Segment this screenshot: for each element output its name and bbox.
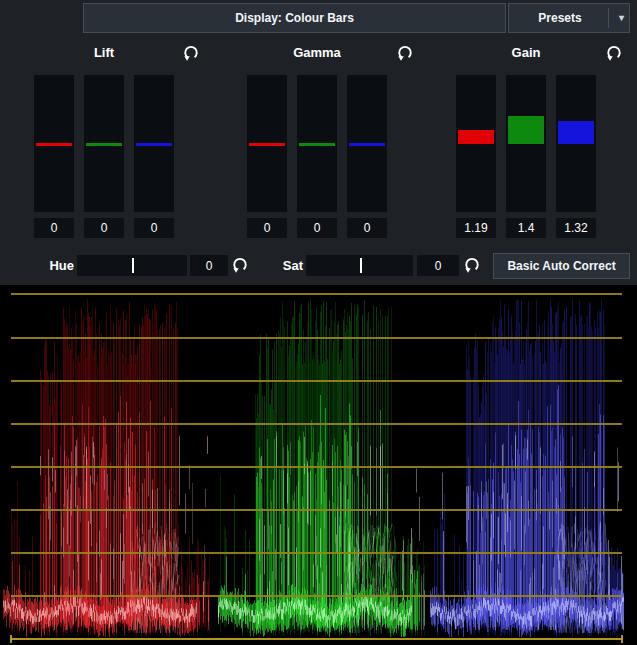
gamma-green-handle[interactable] [299, 143, 335, 146]
gamma-title: Gamma [247, 45, 387, 60]
gain-red-handle[interactable] [458, 130, 494, 144]
gamma-red-slider[interactable] [247, 75, 287, 212]
chevron-down-icon[interactable]: ▾ [619, 13, 624, 23]
gain-red-value[interactable]: 1.19 [456, 218, 496, 238]
presets-label: Presets [509, 11, 611, 25]
gamma-blue-value[interactable]: 0 [347, 218, 387, 238]
gamma-green-value[interactable]: 0 [297, 218, 337, 238]
sat-value[interactable]: 0 [417, 255, 459, 276]
sat-label: Sat [274, 258, 303, 273]
gain-blue-value[interactable]: 1.32 [556, 218, 596, 238]
gain-blue-slider[interactable] [556, 75, 596, 212]
gamma-green-slider[interactable] [297, 75, 337, 212]
gain-green-handle[interactable] [508, 116, 544, 144]
gamma-blue-handle[interactable] [349, 143, 385, 146]
hue-value[interactable]: 0 [190, 255, 228, 276]
lift-blue-handle[interactable] [136, 143, 172, 146]
gain-green-slider[interactable] [506, 75, 546, 212]
lift-red-handle[interactable] [36, 143, 72, 146]
gain-reset-icon[interactable] [605, 44, 623, 62]
gamma-red-handle[interactable] [249, 143, 285, 146]
gamma-reset-icon[interactable] [396, 44, 414, 62]
rgb-parade-scope [0, 285, 637, 645]
sat-slider[interactable] [306, 255, 413, 276]
display-mode-button[interactable]: Display: Colour Bars [83, 3, 506, 33]
sat-slider-caret[interactable] [360, 258, 362, 273]
lift-green-value[interactable]: 0 [84, 218, 124, 238]
hue-slider-caret[interactable] [132, 258, 134, 273]
lift-red-value[interactable]: 0 [34, 218, 74, 238]
gain-red-slider[interactable] [456, 75, 496, 212]
hue-reset-icon[interactable] [231, 256, 249, 274]
lift-title: Lift [34, 45, 174, 60]
lift-green-slider[interactable] [84, 75, 124, 212]
gain-blue-handle[interactable] [558, 121, 594, 144]
hue-slider[interactable] [77, 255, 187, 276]
basic-auto-correct-button[interactable]: Basic Auto Correct [493, 253, 630, 279]
gamma-red-value[interactable]: 0 [247, 218, 287, 238]
display-mode-label: Display: Colour Bars [235, 11, 354, 25]
lift-blue-slider[interactable] [134, 75, 174, 212]
gain-green-value[interactable]: 1.4 [506, 218, 546, 238]
lift-green-handle[interactable] [86, 143, 122, 146]
lift-blue-value[interactable]: 0 [134, 218, 174, 238]
gain-title: Gain [456, 45, 596, 60]
basic-auto-correct-label: Basic Auto Correct [507, 259, 615, 273]
hue-label: Hue [40, 258, 74, 273]
lift-red-slider[interactable] [34, 75, 74, 212]
divider [608, 8, 609, 28]
colour-correction-panel: Display: Colour Bars Presets ▾ Lift 0 0 … [0, 0, 637, 645]
sat-reset-icon[interactable] [463, 256, 481, 274]
gamma-blue-slider[interactable] [347, 75, 387, 212]
lift-reset-icon[interactable] [182, 44, 200, 62]
presets-button[interactable]: Presets ▾ [508, 3, 630, 33]
